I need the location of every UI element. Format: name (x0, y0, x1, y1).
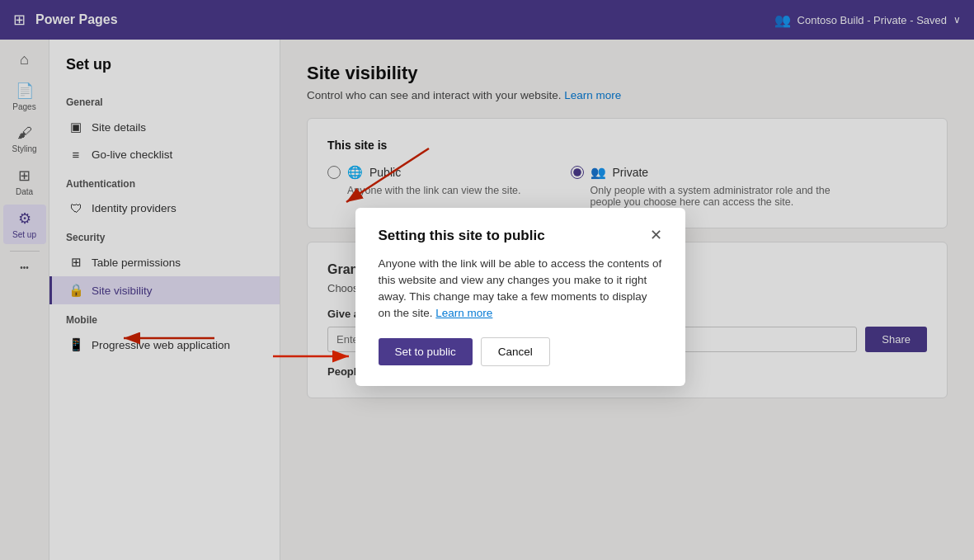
modal-header: Setting this site to public ✕ (379, 228, 662, 244)
modal: Setting this site to public ✕ Anyone wit… (355, 208, 685, 386)
modal-backdrop: Setting this site to public ✕ Anyone wit… (0, 0, 974, 560)
set-to-public-button[interactable]: Set to public (379, 338, 473, 365)
cancel-button[interactable]: Cancel (481, 337, 550, 366)
modal-footer: Set to public Cancel (379, 337, 662, 366)
modal-learn-more-link[interactable]: Learn more (435, 307, 492, 319)
modal-title: Setting this site to public (379, 228, 545, 244)
modal-body: Anyone with the link will be able to acc… (379, 256, 662, 322)
modal-close-button[interactable]: ✕ (650, 228, 662, 242)
arrow-set-public (265, 340, 355, 373)
